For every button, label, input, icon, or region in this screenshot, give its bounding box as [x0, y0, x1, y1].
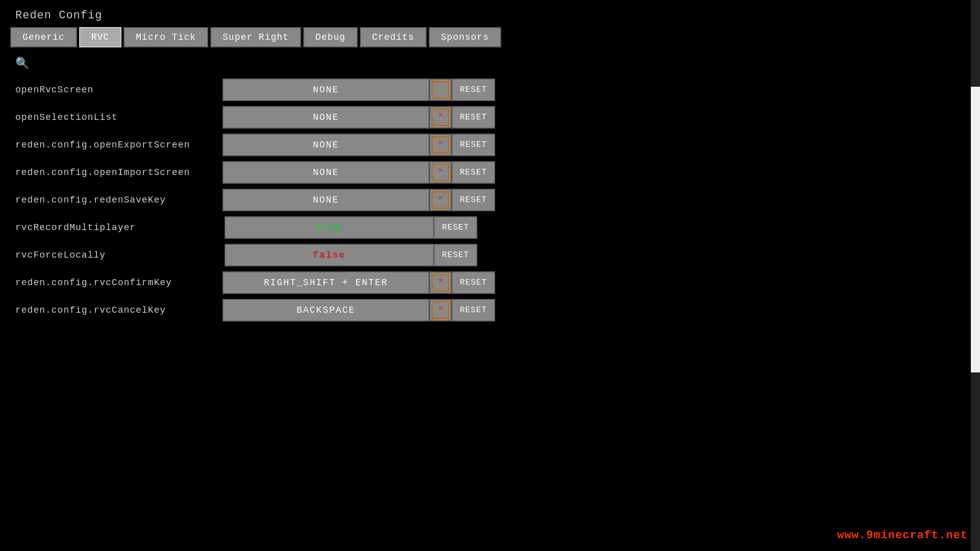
tab-super-right[interactable]: Super Right	[210, 27, 301, 47]
tab-debug[interactable]: Debug	[303, 27, 358, 47]
keybind-icon-btn-openRvcScreen[interactable]: →↓	[429, 79, 452, 101]
scrollbar-track[interactable]	[971, 0, 980, 551]
watermark: www.9minecraft.net	[837, 529, 968, 542]
config-value-rvcRecordMultiplayer[interactable]: true	[225, 216, 434, 239]
config-label-rvcRecordMultiplayer: rvcRecordMultiplayer	[15, 222, 225, 233]
config-row: reden.config.rvcCancelKeyBACKSPACE✕↓RESE…	[15, 298, 495, 322]
config-row: openSelectionListNONE✕↓RESET	[15, 105, 495, 130]
config-row: openRvcScreenNONE→↓RESET	[15, 78, 495, 102]
search-bar: 🔍	[0, 54, 980, 78]
config-label-openImportScreen: reden.config.openImportScreen	[15, 167, 223, 178]
reset-btn-rvcCancelKey[interactable]: RESET	[452, 299, 495, 321]
tab-credits[interactable]: Credits	[360, 27, 427, 47]
tab-bar: GenericRVCMicro TickSuper RightDebugCred…	[0, 27, 980, 54]
config-row: reden.config.openImportScreenNONE✕↓RESET	[15, 160, 495, 185]
reset-btn-openSelectionList[interactable]: RESET	[452, 106, 495, 129]
config-label-openSelectionList: openSelectionList	[15, 112, 223, 122]
keybind-icon-btn-rvcCancelKey[interactable]: ✕↓	[429, 299, 452, 321]
scrollbar-thumb[interactable]	[971, 87, 980, 372]
app-title: Reden Config	[0, 0, 980, 27]
config-label-rvcConfirmKey: reden.config.rvcConfirmKey	[15, 278, 223, 288]
config-row: reden.config.openExportScreenNONE✕↓RESET	[15, 133, 495, 157]
config-value-redenSaveKey[interactable]: NONE	[223, 189, 430, 211]
keybind-icon-btn-openExportScreen[interactable]: ✕↓	[429, 134, 452, 156]
config-row: rvcRecordMultiplayertrueRESET	[15, 215, 495, 240]
config-value-rvcCancelKey[interactable]: BACKSPACE	[223, 299, 430, 321]
config-label-rvcCancelKey: reden.config.rvcCancelKey	[15, 305, 223, 315]
svg-text:→: →	[438, 85, 444, 95]
keybind-icon-btn-rvcConfirmKey[interactable]: ✕↓	[429, 271, 452, 294]
reset-btn-openImportScreen[interactable]: RESET	[452, 161, 495, 184]
svg-text:↓: ↓	[438, 145, 443, 153]
config-value-openExportScreen[interactable]: NONE	[223, 134, 430, 156]
config-label-rvcForceLocally: rvcForceLocally	[15, 250, 225, 260]
config-row: reden.config.redenSaveKeyNONE✕↓RESET	[15, 188, 495, 212]
tab-micro-tick[interactable]: Micro Tick	[124, 27, 208, 47]
config-row: rvcForceLocallyfalseRESET	[15, 243, 495, 267]
config-value-openImportScreen[interactable]: NONE	[223, 161, 430, 184]
svg-text:↓: ↓	[444, 91, 447, 97]
config-value-openSelectionList[interactable]: NONE	[223, 106, 430, 129]
reset-btn-rvcRecordMultiplayer[interactable]: RESET	[434, 216, 477, 239]
config-label-redenSaveKey: reden.config.redenSaveKey	[15, 195, 223, 205]
keybind-icon-btn-openSelectionList[interactable]: ✕↓	[429, 106, 452, 129]
tab-sponsors[interactable]: Sponsors	[429, 27, 501, 47]
reset-btn-rvcConfirmKey[interactable]: RESET	[452, 271, 495, 294]
config-value-rvcConfirmKey[interactable]: RIGHT_SHIFT + ENTER	[223, 271, 430, 294]
svg-text:↓: ↓	[438, 201, 443, 208]
keybind-icon-btn-redenSaveKey[interactable]: ✕↓	[429, 189, 452, 211]
svg-text:↓: ↓	[438, 173, 443, 181]
tab-generic[interactable]: Generic	[10, 27, 77, 47]
keybind-icon-btn-openImportScreen[interactable]: ✕↓	[429, 161, 452, 184]
reset-btn-openExportScreen[interactable]: RESET	[452, 134, 495, 156]
config-value-rvcForceLocally[interactable]: false	[225, 244, 434, 266]
config-value-openRvcScreen[interactable]: NONE	[223, 79, 430, 101]
tab-rvc[interactable]: RVC	[79, 27, 121, 47]
reset-btn-rvcForceLocally[interactable]: RESET	[434, 244, 477, 266]
svg-text:↓: ↓	[438, 283, 443, 291]
reset-btn-openRvcScreen[interactable]: RESET	[452, 79, 495, 101]
config-row: reden.config.rvcConfirmKeyRIGHT_SHIFT + …	[15, 270, 495, 295]
svg-text:↓: ↓	[438, 311, 443, 318]
config-list: openRvcScreenNONE→↓RESETopenSelectionLis…	[0, 78, 510, 322]
reset-btn-redenSaveKey[interactable]: RESET	[452, 189, 495, 211]
search-icon[interactable]: 🔍	[15, 57, 29, 70]
config-label-openExportScreen: reden.config.openExportScreen	[15, 140, 223, 150]
svg-text:↓: ↓	[438, 118, 443, 126]
config-label-openRvcScreen: openRvcScreen	[15, 85, 223, 95]
